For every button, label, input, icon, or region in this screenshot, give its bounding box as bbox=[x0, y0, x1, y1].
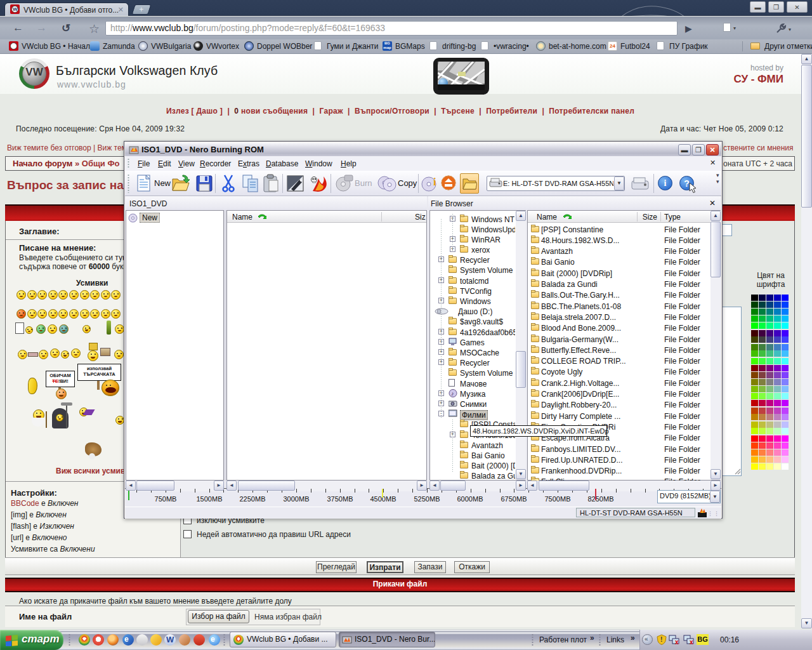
svg-text:x: x bbox=[690, 639, 693, 645]
svg-text:♪: ♪ bbox=[451, 390, 454, 397]
svg-text:i: i bbox=[433, 176, 436, 187]
svg-text:!: ! bbox=[660, 636, 662, 643]
svg-text:x: x bbox=[675, 639, 679, 645]
